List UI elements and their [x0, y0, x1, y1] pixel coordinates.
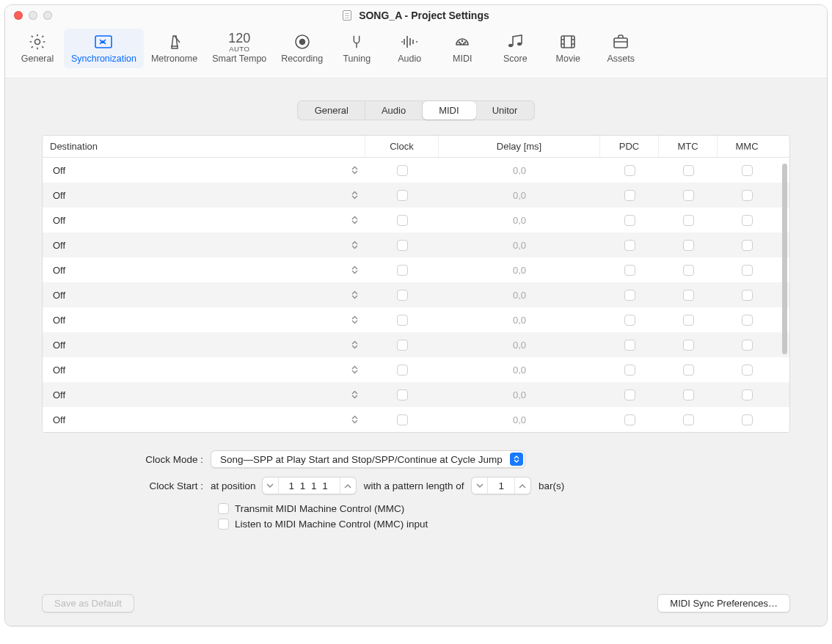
clock-checkbox[interactable]: [397, 340, 408, 351]
tool-smart-tempo[interactable]: 120 AUTO Smart Tempo: [205, 29, 274, 68]
pattern-length-stepper[interactable]: 1: [471, 477, 531, 494]
mmc-checkbox[interactable]: [742, 340, 753, 351]
col-delay[interactable]: Delay [ms]: [439, 136, 600, 157]
pdc-checkbox[interactable]: [624, 190, 635, 201]
transmit-mmc-checkbox[interactable]: [218, 503, 229, 514]
delay-cell[interactable]: 0,0: [439, 315, 600, 326]
mmc-checkbox[interactable]: [742, 165, 753, 176]
mtc-checkbox[interactable]: [683, 240, 694, 251]
destination-cell[interactable]: Off: [43, 215, 365, 226]
destination-cell[interactable]: Off: [43, 365, 365, 376]
chevron-up-icon[interactable]: [514, 477, 530, 494]
position-value[interactable]: 1 1 1 1: [279, 480, 340, 491]
delay-cell[interactable]: 0,0: [439, 389, 600, 400]
pdc-checkbox[interactable]: [624, 365, 635, 376]
mmc-checkbox[interactable]: [742, 365, 753, 376]
minimize-button[interactable]: [29, 11, 37, 20]
delay-cell[interactable]: 0,0: [439, 340, 600, 351]
mmc-checkbox[interactable]: [742, 414, 753, 425]
delay-cell[interactable]: 0,0: [439, 265, 600, 276]
tool-score[interactable]: Score: [489, 29, 541, 68]
tool-tuning[interactable]: Tuning: [330, 29, 383, 68]
mmc-checkbox[interactable]: [742, 240, 753, 251]
subtab-unitor[interactable]: Unitor: [476, 102, 534, 119]
destination-cell[interactable]: Off: [43, 414, 365, 425]
clock-checkbox[interactable]: [397, 215, 408, 226]
clock-checkbox[interactable]: [397, 190, 408, 201]
clock-checkbox[interactable]: [397, 265, 408, 276]
tool-metronome[interactable]: Metronome: [144, 29, 205, 68]
destination-cell[interactable]: Off: [43, 240, 365, 251]
mtc-checkbox[interactable]: [683, 290, 694, 301]
mtc-checkbox[interactable]: [683, 389, 694, 400]
clock-checkbox[interactable]: [397, 315, 408, 326]
destination-cell[interactable]: Off: [43, 389, 365, 400]
mtc-checkbox[interactable]: [683, 190, 694, 201]
subtab-audio[interactable]: Audio: [365, 102, 423, 119]
midi-sync-preferences-button[interactable]: MIDI Sync Preferences…: [657, 594, 790, 612]
mmc-checkbox[interactable]: [742, 315, 753, 326]
mmc-checkbox[interactable]: [742, 265, 753, 276]
listen-mmc-checkbox[interactable]: [218, 519, 229, 530]
subtab-midi[interactable]: MIDI: [423, 101, 475, 120]
col-pdc[interactable]: PDC: [600, 136, 659, 157]
clock-checkbox[interactable]: [397, 165, 408, 176]
tool-general[interactable]: General: [11, 29, 64, 68]
scrollbar[interactable]: [781, 161, 787, 373]
mtc-checkbox[interactable]: [683, 365, 694, 376]
pattern-length-value[interactable]: 1: [488, 480, 514, 491]
tool-assets[interactable]: Assets: [594, 29, 647, 68]
delay-cell[interactable]: 0,0: [439, 414, 600, 425]
pdc-checkbox[interactable]: [624, 414, 635, 425]
tool-recording[interactable]: Recording: [274, 29, 330, 68]
mtc-checkbox[interactable]: [683, 315, 694, 326]
mtc-checkbox[interactable]: [683, 414, 694, 425]
delay-cell[interactable]: 0,0: [439, 215, 600, 226]
col-clock[interactable]: Clock: [365, 136, 439, 157]
pdc-checkbox[interactable]: [624, 340, 635, 351]
col-destination[interactable]: Destination: [43, 136, 365, 157]
col-mtc[interactable]: MTC: [659, 136, 718, 157]
tool-audio[interactable]: Audio: [383, 29, 436, 68]
zoom-button[interactable]: [43, 11, 52, 20]
destination-cell[interactable]: Off: [43, 340, 365, 351]
mtc-checkbox[interactable]: [683, 165, 694, 176]
clock-checkbox[interactable]: [397, 290, 408, 301]
pdc-checkbox[interactable]: [624, 165, 635, 176]
tool-movie[interactable]: Movie: [541, 29, 594, 68]
delay-cell[interactable]: 0,0: [439, 165, 600, 176]
pdc-checkbox[interactable]: [624, 315, 635, 326]
tool-synchronization[interactable]: Synchronization: [64, 29, 144, 68]
scrollbar-thumb[interactable]: [782, 164, 787, 354]
mmc-checkbox[interactable]: [742, 290, 753, 301]
clock-mode-popup[interactable]: Song—SPP at Play Start and Stop/SPP/Cont…: [211, 450, 525, 468]
clock-checkbox[interactable]: [397, 414, 408, 425]
destination-cell[interactable]: Off: [43, 190, 365, 201]
pdc-checkbox[interactable]: [624, 240, 635, 251]
mmc-checkbox[interactable]: [742, 215, 753, 226]
subtab-general[interactable]: General: [299, 102, 365, 119]
chevron-down-icon[interactable]: [472, 477, 488, 494]
destination-cell[interactable]: Off: [43, 265, 365, 276]
clock-checkbox[interactable]: [397, 389, 408, 400]
mmc-checkbox[interactable]: [742, 190, 753, 201]
destination-cell[interactable]: Off: [43, 290, 365, 301]
delay-cell[interactable]: 0,0: [439, 290, 600, 301]
mtc-checkbox[interactable]: [683, 340, 694, 351]
save-as-default-button[interactable]: Save as Default: [42, 594, 134, 612]
col-mmc[interactable]: MMC: [718, 136, 776, 157]
tool-midi[interactable]: MIDI: [436, 29, 489, 68]
clock-checkbox[interactable]: [397, 365, 408, 376]
mtc-checkbox[interactable]: [683, 265, 694, 276]
pdc-checkbox[interactable]: [624, 389, 635, 400]
mmc-checkbox[interactable]: [742, 389, 753, 400]
mtc-checkbox[interactable]: [683, 215, 694, 226]
destination-cell[interactable]: Off: [43, 165, 365, 176]
pdc-checkbox[interactable]: [624, 215, 635, 226]
chevron-down-icon[interactable]: [263, 477, 279, 494]
pdc-checkbox[interactable]: [624, 290, 635, 301]
clock-checkbox[interactable]: [397, 240, 408, 251]
close-button[interactable]: [14, 11, 23, 20]
delay-cell[interactable]: 0,0: [439, 365, 600, 376]
delay-cell[interactable]: 0,0: [439, 190, 600, 201]
